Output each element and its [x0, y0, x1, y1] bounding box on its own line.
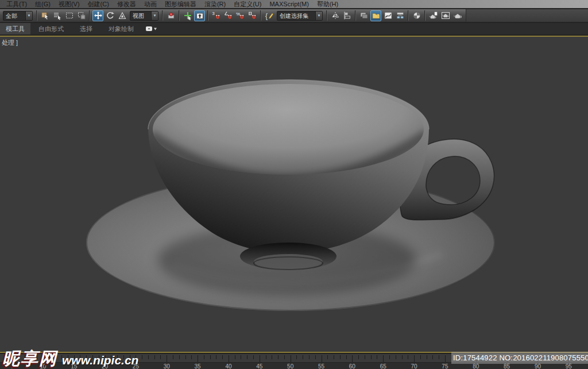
- align-icon: [343, 11, 352, 20]
- menu-自定义U[interactable]: 自定义(U): [230, 0, 265, 8]
- use-pivot-center-button[interactable]: [165, 10, 176, 21]
- select-object-button[interactable]: [40, 10, 51, 21]
- curve-editor-button[interactable]: [382, 10, 393, 21]
- toolbar-separator: [179, 10, 180, 21]
- rotate-icon: [106, 11, 115, 20]
- rendered-frame-window-button[interactable]: [440, 10, 451, 21]
- snap-percent-icon: %: [236, 11, 245, 20]
- render-production-button[interactable]: [452, 10, 463, 21]
- teacup-render: [0, 37, 588, 352]
- toolbar-separator: [260, 10, 261, 21]
- layer-manager-button[interactable]: [358, 10, 369, 21]
- graphite-ribbon-toggle[interactable]: [370, 10, 381, 21]
- menu-帮助H[interactable]: 帮助(H): [313, 0, 342, 8]
- frame-tick: [377, 355, 377, 359]
- menu-修改器[interactable]: 修改器: [113, 0, 140, 8]
- ribbon-minimize-button[interactable]: [145, 23, 158, 34]
- watermark-site-url: www.nipic.cn: [62, 353, 138, 367]
- spinner-snap-toggle[interactable]: [247, 10, 258, 21]
- menu-渲染R[interactable]: 渲染(R): [200, 0, 230, 8]
- frame-number-label: 95: [561, 363, 576, 369]
- select-and-rotate-button[interactable]: [105, 10, 115, 21]
- select-and-scale-button[interactable]: [117, 10, 127, 21]
- svg-text:%: %: [236, 11, 240, 17]
- frame-tick: [284, 355, 285, 359]
- snaps-toggle-3d[interactable]: 3: [211, 10, 222, 21]
- menu-组G[interactable]: 组(G): [31, 0, 55, 8]
- frame-number-label: 90: [530, 363, 545, 369]
- frame-tick: [222, 355, 223, 359]
- frame-number-label: 80: [469, 363, 483, 369]
- toolbar-separator: [207, 10, 208, 21]
- menu-工具T[interactable]: 工具(T): [2, 0, 31, 8]
- angle-snap-toggle[interactable]: [223, 10, 234, 21]
- edit-named-selection-sets-button[interactable]: {: [264, 10, 274, 21]
- menu-视图V[interactable]: 视图(V): [55, 0, 84, 8]
- menu-MAXScriptM[interactable]: MAXScript(M): [265, 0, 312, 8]
- window-crossing-toggle[interactable]: [76, 10, 87, 21]
- reference-coordinate-combo[interactable]: 视图▼: [130, 11, 158, 21]
- frame-tick: [216, 355, 216, 359]
- viewport-label[interactable]: 处理 ]: [2, 39, 18, 47]
- toolbar-separator: [408, 10, 409, 21]
- manipulate-icon: [183, 11, 192, 20]
- menu-动画[interactable]: 动画: [140, 0, 161, 8]
- render-setup-button[interactable]: [428, 10, 439, 21]
- frame-tick: [402, 355, 403, 359]
- toolbar-separator: [162, 10, 163, 21]
- frame-tick: [396, 355, 396, 359]
- ribbon-tab-模工具[interactable]: 模工具: [0, 23, 30, 34]
- select-and-manipulate-button[interactable]: [182, 10, 193, 21]
- schematic-view-button[interactable]: [394, 10, 405, 21]
- ribbon-tab-自由形式[interactable]: 自由形式: [30, 23, 72, 34]
- frame-tick: [358, 355, 359, 359]
- snap-3d-icon: 3: [212, 11, 221, 20]
- chevron-down-icon[interactable]: ▼: [151, 11, 158, 20]
- render-teapot-icon: [453, 11, 462, 20]
- toolbar-separator: [424, 10, 425, 21]
- menu-图形编辑器[interactable]: 图形编辑器: [161, 0, 200, 8]
- frame-tick: [414, 355, 415, 362]
- frame-tick: [204, 355, 204, 359]
- frame-tick: [445, 355, 446, 362]
- ribbon-tab-选择[interactable]: 选择: [72, 23, 100, 34]
- named-selection-sets-combo[interactable]: 创建选择集▼: [277, 11, 323, 21]
- nipic-watermark: 昵享网 www.nipic.cn: [2, 347, 138, 369]
- chevron-down-icon[interactable]: ▼: [315, 11, 322, 20]
- svg-text:3: 3: [212, 11, 214, 16]
- mirror-button[interactable]: [330, 10, 341, 21]
- use-center-icon: [167, 11, 176, 20]
- frame-number-label: 65: [376, 363, 390, 369]
- select-object-icon: [41, 11, 50, 20]
- frame-tick: [266, 355, 266, 359]
- schematic-view-icon: [396, 11, 405, 20]
- frame-tick: [191, 355, 192, 359]
- frame-tick: [346, 355, 347, 359]
- keyboard-override-toggle[interactable]: [194, 10, 205, 21]
- ribbon-toggle-icon: [372, 11, 381, 20]
- chevron-down-icon[interactable]: ▼: [25, 11, 32, 20]
- frame-tick: [185, 355, 186, 359]
- ribbon-tab-对象绘制[interactable]: 对象绘制: [100, 23, 142, 34]
- align-button[interactable]: [342, 10, 353, 21]
- menu-创建C[interactable]: 创建(C): [84, 0, 113, 8]
- frame-tick: [173, 355, 173, 359]
- move-icon: [94, 11, 103, 20]
- material-editor-button[interactable]: [411, 10, 422, 21]
- frame-tick: [420, 355, 421, 359]
- percent-snap-toggle[interactable]: %: [235, 10, 246, 21]
- mirror-icon: [331, 11, 340, 20]
- frame-tick: [148, 355, 149, 359]
- frame-tick: [296, 355, 297, 359]
- snap-spinner-icon: [248, 11, 257, 20]
- rectangular-selection-region-button[interactable]: [64, 10, 75, 21]
- perspective-viewport[interactable]: 处理 ]: [0, 36, 588, 353]
- curve-editor-icon: [384, 11, 393, 20]
- snap-angle-icon: [224, 11, 233, 20]
- layers-icon: [359, 11, 369, 20]
- frame-number-label: 45: [252, 363, 267, 369]
- select-by-name-button[interactable]: [52, 10, 63, 21]
- frame-tick: [315, 355, 316, 359]
- select-and-move-button[interactable]: [92, 10, 103, 21]
- selection-filter-combo[interactable]: 全部▼: [3, 11, 33, 21]
